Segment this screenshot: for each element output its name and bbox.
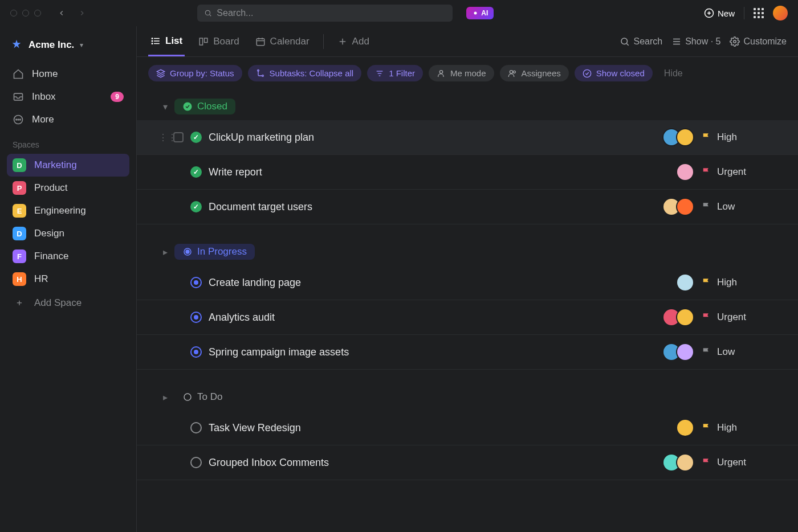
task-row[interactable]: ⋮⋮ Create landing page High bbox=[137, 265, 798, 300]
task-row[interactable]: ⋮⋮ Spring campaign image assets Low bbox=[137, 335, 798, 370]
task-priority[interactable]: Urgent bbox=[701, 312, 787, 323]
assignee-avatar[interactable] bbox=[676, 273, 694, 292]
group-status-pill[interactable]: To Do bbox=[174, 389, 230, 405]
nav-back-button[interactable] bbox=[55, 6, 68, 20]
priority-label: Urgent bbox=[717, 166, 746, 178]
show-columns-button[interactable]: Show · 5 bbox=[671, 36, 720, 47]
task-row[interactable]: ⋮⋮ Document target users Low bbox=[137, 190, 798, 224]
ai-button[interactable]: AI bbox=[466, 7, 494, 19]
global-search-input[interactable]: Search... bbox=[197, 5, 453, 22]
search-icon bbox=[204, 9, 212, 17]
svg-rect-18 bbox=[205, 38, 207, 43]
view-tab-board[interactable]: Board bbox=[196, 28, 241, 55]
task-priority[interactable]: Urgent bbox=[701, 166, 787, 178]
user-avatar[interactable] bbox=[773, 6, 788, 21]
add-space-button[interactable]: + Add Space bbox=[7, 290, 129, 316]
task-title: Create landing page bbox=[209, 277, 301, 289]
nav-forward-button[interactable] bbox=[75, 6, 89, 20]
task-row[interactable]: ⋮⋮ Write report Urgent bbox=[137, 155, 798, 190]
priority-label: Low bbox=[717, 346, 735, 358]
assignee-avatar[interactable] bbox=[676, 308, 694, 326]
search-placeholder: Search... bbox=[217, 8, 253, 18]
space-item-finance[interactable]: FFinance bbox=[7, 245, 129, 268]
drag-handle-icon[interactable]: ⋮⋮ bbox=[158, 132, 166, 143]
svg-point-14 bbox=[152, 38, 153, 39]
svg-point-38 bbox=[510, 70, 512, 73]
flag-icon bbox=[701, 132, 711, 142]
show-closed-chip[interactable]: Show closed bbox=[575, 65, 653, 81]
sidebar-item-home[interactable]: Home bbox=[7, 63, 129, 85]
divider bbox=[323, 34, 324, 49]
filter-chip[interactable]: 1 Filter bbox=[367, 65, 423, 81]
assignee-avatar[interactable] bbox=[676, 453, 694, 472]
plus-icon bbox=[337, 36, 348, 47]
assignees-chip[interactable]: Assignees bbox=[500, 65, 569, 81]
group-toggle[interactable]: ▾ bbox=[163, 101, 168, 112]
group-by-chip[interactable]: Group by: Status bbox=[148, 65, 242, 81]
inbox-badge: 9 bbox=[111, 92, 124, 102]
task-status-icon[interactable] bbox=[190, 422, 202, 433]
group-toggle[interactable]: ▸ bbox=[163, 392, 168, 403]
task-priority[interactable]: Urgent bbox=[701, 457, 787, 468]
flag-icon bbox=[701, 202, 711, 212]
svg-marker-31 bbox=[157, 69, 164, 73]
assignee-stack bbox=[662, 453, 694, 472]
task-priority[interactable]: High bbox=[701, 132, 787, 143]
task-status-icon[interactable] bbox=[190, 277, 202, 288]
space-item-hr[interactable]: HHR bbox=[7, 268, 129, 290]
view-search-button[interactable]: Search bbox=[620, 36, 662, 47]
space-item-design[interactable]: DDesign bbox=[7, 222, 129, 245]
assignee-avatar[interactable] bbox=[676, 343, 694, 361]
subtasks-chip[interactable]: Subtasks: Collapse all bbox=[248, 65, 362, 81]
sidebar-item-inbox[interactable]: Inbox 9 bbox=[7, 85, 129, 108]
flag-icon bbox=[701, 277, 711, 288]
priority-label: High bbox=[717, 277, 737, 288]
workspace-switcher[interactable]: Acme Inc. ▾ bbox=[7, 34, 129, 56]
svg-point-37 bbox=[439, 70, 442, 73]
task-status-icon[interactable] bbox=[190, 346, 202, 358]
space-item-product[interactable]: PProduct bbox=[7, 177, 129, 199]
space-item-marketing[interactable]: DMarketing bbox=[7, 154, 129, 177]
task-row[interactable]: ⋮⋮ Task View Redesign High bbox=[137, 411, 798, 445]
task-priority[interactable]: Low bbox=[701, 201, 787, 212]
task-status-icon[interactable] bbox=[190, 457, 202, 468]
flag-icon bbox=[701, 457, 711, 468]
task-priority[interactable]: High bbox=[701, 277, 787, 288]
assignee-avatar[interactable] bbox=[676, 419, 694, 437]
task-status-icon[interactable] bbox=[190, 132, 202, 143]
task-status-icon[interactable] bbox=[190, 166, 202, 178]
view-tab-list[interactable]: List bbox=[148, 27, 185, 56]
space-label: Engineering bbox=[34, 205, 86, 216]
apps-icon[interactable] bbox=[754, 8, 764, 18]
task-row[interactable]: ⋮⋮ Grouped Inbox Comments Urgent bbox=[137, 445, 798, 480]
task-row[interactable]: ⋮⋮ Analytics audit Urgent bbox=[137, 300, 798, 335]
group-name: In Progress bbox=[197, 246, 247, 257]
me-mode-chip[interactable]: Me mode bbox=[429, 65, 494, 81]
group-status-pill[interactable]: Closed bbox=[174, 99, 235, 114]
window-controls[interactable] bbox=[10, 10, 41, 17]
space-label: Design bbox=[34, 228, 64, 239]
circle-icon bbox=[182, 392, 193, 402]
spaces-section-label: Spaces bbox=[7, 131, 129, 154]
assignee-avatar[interactable] bbox=[676, 163, 694, 181]
group-status-pill[interactable]: In Progress bbox=[174, 244, 255, 260]
task-row[interactable]: ⋮⋮ ClickUp marketing plan High bbox=[137, 120, 798, 155]
task-status-icon[interactable] bbox=[190, 312, 202, 323]
task-priority[interactable]: High bbox=[701, 422, 787, 433]
assignee-avatar[interactable] bbox=[676, 198, 694, 216]
customize-button[interactable]: Customize bbox=[730, 36, 787, 47]
list-icon bbox=[150, 36, 161, 46]
svg-point-43 bbox=[186, 250, 189, 253]
assignee-avatar[interactable] bbox=[676, 128, 694, 146]
task-status-icon[interactable] bbox=[190, 201, 202, 212]
hide-filters-button[interactable]: Hide bbox=[664, 68, 683, 79]
layers-icon bbox=[156, 69, 165, 78]
add-view-button[interactable]: Add bbox=[335, 28, 372, 55]
task-priority[interactable]: Low bbox=[701, 346, 787, 358]
new-button[interactable]: New bbox=[704, 8, 735, 18]
view-tab-calendar[interactable]: Calendar bbox=[253, 28, 312, 55]
task-checkbox[interactable] bbox=[173, 132, 184, 142]
sidebar-item-more[interactable]: More bbox=[7, 108, 129, 131]
space-item-engineering[interactable]: EEngineering bbox=[7, 199, 129, 222]
group-toggle[interactable]: ▸ bbox=[163, 247, 168, 257]
